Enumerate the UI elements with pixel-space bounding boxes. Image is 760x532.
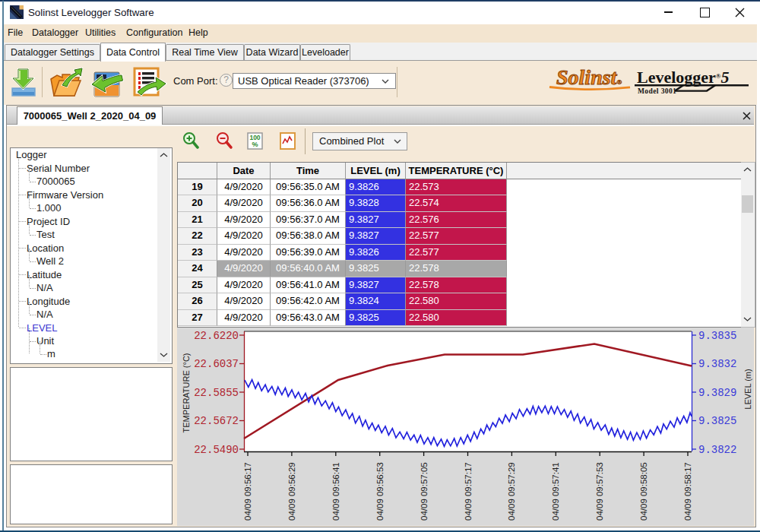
svg-text:22.5855: 22.5855 <box>194 387 239 399</box>
svg-text:04/09 09:58:17: 04/09 09:58:17 <box>683 462 692 521</box>
svg-text:LEVEL (m): LEVEL (m) <box>743 369 752 409</box>
svg-text:04/09 09:57:05: 04/09 09:57:05 <box>420 462 429 521</box>
svg-text:%: % <box>252 141 258 148</box>
svg-text:9.3822: 9.3822 <box>698 444 736 456</box>
svg-text:9.3835: 9.3835 <box>698 330 736 342</box>
svg-text:22.6037: 22.6037 <box>194 358 239 370</box>
svg-text:22.5672: 22.5672 <box>194 415 239 427</box>
svg-text:22.6220: 22.6220 <box>194 330 239 342</box>
svg-text:9.3825: 9.3825 <box>698 415 736 427</box>
svg-text:04/09 09:56:53: 04/09 09:56:53 <box>375 462 385 521</box>
svg-text:04/09 09:56:41: 04/09 09:56:41 <box>331 462 340 521</box>
svg-text:22.5490: 22.5490 <box>194 444 239 456</box>
svg-text:04/09 09:57:41: 04/09 09:57:41 <box>551 462 560 521</box>
svg-text:TEMPERATURE (°C): TEMPERATURE (°C) <box>182 353 191 432</box>
svg-text:04/09 09:57:17: 04/09 09:57:17 <box>464 462 473 521</box>
svg-text:04/09 09:58:05: 04/09 09:58:05 <box>639 462 648 521</box>
svg-text:04/09 09:57:29: 04/09 09:57:29 <box>507 462 516 521</box>
svg-text:9.3832: 9.3832 <box>698 358 736 370</box>
svg-text:04/09 09:56:29: 04/09 09:56:29 <box>287 462 296 521</box>
svg-text:9.3829: 9.3829 <box>698 387 736 399</box>
svg-text:04/09 09:57:53: 04/09 09:57:53 <box>595 462 604 521</box>
svg-text:04/09 09:56:17: 04/09 09:56:17 <box>243 462 252 521</box>
